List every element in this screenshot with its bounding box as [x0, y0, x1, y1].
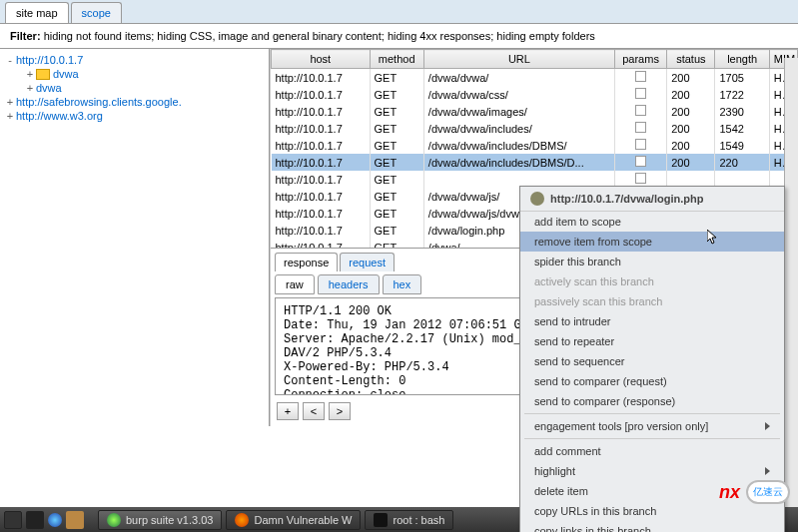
context-menu-item[interactable]: copy links in this branch	[520, 521, 784, 532]
start-icon[interactable]	[4, 511, 22, 529]
cursor-icon	[707, 230, 719, 246]
toggle-icon[interactable]: +	[24, 68, 36, 80]
context-menu-item: passively scan this branch	[520, 291, 784, 311]
folder-icon	[36, 69, 50, 80]
context-menu-item[interactable]: send to sequencer	[520, 351, 784, 371]
toggle-icon[interactable]: +	[24, 82, 36, 94]
add-button[interactable]: +	[277, 402, 299, 420]
terminal-icon	[374, 513, 388, 527]
toggle-icon[interactable]: +	[4, 96, 16, 108]
watermark: nx 亿速云	[719, 480, 790, 504]
tab-request[interactable]: request	[340, 253, 395, 271]
gear-icon	[530, 192, 544, 206]
tree-node[interactable]: +http://www.w3.org	[2, 109, 267, 123]
filter-text: hiding not found items; hiding CSS, imag…	[44, 30, 595, 42]
site-tree[interactable]: -http://10.0.1.7 +dvwa +dvwa +http://saf…	[0, 49, 270, 426]
column-host[interactable]: host	[272, 50, 371, 69]
chevron-right-icon	[765, 422, 770, 430]
tree-node[interactable]: +http://safebrowsing.clients.google.	[2, 95, 267, 109]
column-url[interactable]: URL	[423, 50, 614, 69]
task-browser[interactable]: Damn Vulnerable W	[226, 510, 361, 530]
filter-label: Filter:	[10, 30, 41, 42]
vertical-scrollbar[interactable]	[784, 58, 798, 507]
table-row[interactable]: http://10.0.1.7GET/dvwa/dvwa/css/2001722…	[272, 86, 798, 103]
column-status[interactable]: status	[667, 50, 715, 69]
next-button[interactable]: >	[329, 402, 351, 420]
table-row[interactable]: http://10.0.1.7GET/dvwa/dvwa/includes/20…	[272, 120, 798, 137]
filter-bar[interactable]: Filter: hiding not found items; hiding C…	[0, 24, 798, 49]
subtab-raw[interactable]: raw	[275, 274, 315, 294]
files-icon[interactable]	[66, 511, 84, 529]
context-menu-item[interactable]: add comment	[520, 441, 784, 461]
context-menu-item[interactable]: send to intruder	[520, 311, 784, 331]
context-menu-item[interactable]: send to comparer (response)	[520, 391, 784, 411]
tree-node[interactable]: -http://10.0.1.7	[2, 53, 267, 67]
tree-node[interactable]: +dvwa	[2, 67, 267, 81]
column-method[interactable]: method	[370, 50, 423, 69]
ball-icon[interactable]	[48, 513, 62, 527]
context-menu-item[interactable]: spider this branch	[520, 252, 784, 271]
context-menu-item[interactable]: highlight	[520, 461, 784, 481]
burp-icon	[107, 513, 121, 527]
column-params[interactable]: params	[614, 50, 666, 69]
table-row[interactable]: http://10.0.1.7GET/dvwa/dvwa/includes/DB…	[272, 137, 798, 154]
table-row[interactable]: http://10.0.1.7GET/dvwa/dvwa/2001705HTM	[272, 69, 798, 87]
watermark-cloud-icon: 亿速云	[746, 480, 790, 504]
watermark-nx: nx	[719, 482, 740, 503]
table-row[interactable]: http://10.0.1.7GET/dvwa/dvwa/images/2002…	[272, 103, 798, 120]
toggle-icon[interactable]: +	[4, 110, 16, 122]
context-menu-item[interactable]: copy URLs in this branch	[520, 501, 784, 521]
context-menu-item: actively scan this branch	[520, 271, 784, 291]
task-burp[interactable]: burp suite v1.3.03	[98, 510, 222, 530]
tab-sitemap[interactable]: site map	[5, 2, 69, 23]
firefox-icon	[235, 513, 249, 527]
top-tabs: site map scope	[0, 0, 798, 24]
tab-response[interactable]: response	[275, 253, 338, 271]
context-menu-item[interactable]: remove item from scope	[520, 232, 784, 252]
prev-button[interactable]: <	[303, 402, 325, 420]
task-terminal[interactable]: root : bash	[365, 510, 453, 530]
toggle-icon[interactable]: -	[4, 54, 16, 66]
subtab-hex[interactable]: hex	[383, 274, 422, 294]
context-menu-item[interactable]: send to repeater	[520, 331, 784, 351]
chevron-right-icon	[765, 467, 770, 475]
table-row[interactable]: http://10.0.1.7GET/dvwa/dvwa/includes/DB…	[272, 154, 798, 171]
context-menu-item[interactable]: add item to scope	[520, 212, 784, 232]
context-menu-item[interactable]: send to comparer (request)	[520, 371, 784, 391]
context-menu-item[interactable]: engagement tools [pro version only]	[520, 416, 784, 436]
subtab-headers[interactable]: headers	[318, 274, 380, 294]
tree-node[interactable]: +dvwa	[2, 81, 267, 95]
terminal-icon[interactable]	[26, 511, 44, 529]
tab-scope[interactable]: scope	[71, 2, 122, 23]
column-length[interactable]: length	[715, 50, 769, 69]
context-menu-title: http://10.0.1.7/dvwa/login.php	[520, 187, 784, 212]
